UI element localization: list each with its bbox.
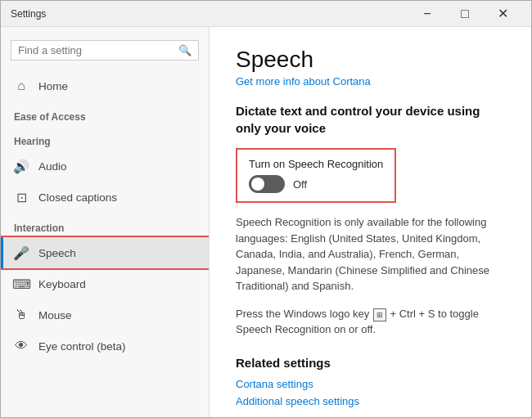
dictate-heading: Dictate text and control your device usi… bbox=[236, 102, 505, 137]
toggle-track bbox=[249, 175, 285, 193]
ease-of-access-section: Ease of Access bbox=[1, 101, 209, 126]
main-content: Speech Get more info about Cortana Dicta… bbox=[210, 27, 531, 417]
home-icon: ⌂ bbox=[14, 79, 29, 93]
sidebar-item-eye-control[interactable]: 👁 Eye control (beta) bbox=[1, 330, 209, 362]
speech-icon: 🎤 bbox=[14, 245, 29, 260]
page-title: Speech bbox=[236, 47, 505, 73]
audio-icon: 🔊 bbox=[14, 159, 29, 173]
captions-icon: ⊡ bbox=[14, 190, 29, 205]
shortcut-info: Press the Windows logo key ⊞ + Ctrl + S … bbox=[236, 306, 505, 338]
search-icon: 🔍 bbox=[178, 44, 192, 56]
settings-window: Settings − □ ✕ 🔍 ⌂ Home Ease of Access H… bbox=[0, 0, 532, 418]
shortcut-prefix: Press the Windows logo key bbox=[236, 308, 372, 320]
content-area: 🔍 ⌂ Home Ease of Access Hearing 🔊 Audio … bbox=[1, 27, 531, 417]
maximize-button[interactable]: □ bbox=[446, 1, 484, 27]
sidebar-item-keyboard[interactable]: ⌨ Keyboard bbox=[1, 268, 209, 299]
eye-control-label: Eye control (beta) bbox=[38, 340, 126, 353]
captions-label: Closed captions bbox=[38, 191, 117, 204]
sidebar-item-home[interactable]: ⌂ Home bbox=[1, 70, 209, 101]
eye-control-icon: 👁 bbox=[14, 339, 29, 353]
interaction-section: Interaction bbox=[1, 213, 209, 237]
toggle-thumb bbox=[251, 178, 264, 191]
title-bar: Settings − □ ✕ bbox=[1, 1, 531, 27]
keyboard-label: Keyboard bbox=[38, 278, 86, 290]
sidebar-item-captions[interactable]: ⊡ Closed captions bbox=[1, 182, 209, 213]
title-bar-title: Settings bbox=[11, 8, 408, 20]
related-settings-heading: Related settings bbox=[236, 356, 505, 370]
sidebar: 🔍 ⌂ Home Ease of Access Hearing 🔊 Audio … bbox=[1, 27, 210, 417]
home-label: Home bbox=[38, 80, 68, 92]
speech-label: Speech bbox=[38, 247, 76, 259]
cortana-info-link[interactable]: Get more info about Cortana bbox=[236, 75, 371, 88]
mouse-label: Mouse bbox=[38, 309, 72, 321]
keyboard-icon: ⌨ bbox=[14, 276, 29, 291]
sidebar-item-speech[interactable]: 🎤 Speech bbox=[1, 237, 209, 268]
speech-recognition-toggle[interactable] bbox=[249, 175, 285, 193]
search-input[interactable] bbox=[18, 44, 174, 56]
search-box[interactable]: 🔍 bbox=[11, 40, 199, 61]
minimize-button[interactable]: − bbox=[408, 1, 446, 27]
hearing-section: Hearing bbox=[1, 126, 209, 151]
speech-recognition-toggle-box: Turn on Speech Recognition Off bbox=[236, 148, 396, 203]
windows-key-icon: ⊞ bbox=[373, 308, 386, 321]
toggle-state: Off bbox=[293, 178, 307, 191]
close-button[interactable]: ✕ bbox=[484, 1, 521, 27]
additional-speech-link[interactable]: Additional speech settings bbox=[236, 395, 505, 407]
mouse-icon: 🖱 bbox=[14, 308, 29, 322]
toggle-label: Turn on Speech Recognition bbox=[249, 158, 383, 170]
title-bar-controls: − □ ✕ bbox=[408, 1, 521, 27]
audio-label: Audio bbox=[38, 160, 67, 173]
cortana-settings-link[interactable]: Cortana settings bbox=[236, 378, 505, 390]
toggle-row: Off bbox=[249, 175, 383, 193]
sidebar-item-mouse[interactable]: 🖱 Mouse bbox=[1, 299, 209, 330]
language-info: Speech Recognition is only available for… bbox=[236, 214, 505, 294]
sidebar-item-audio[interactable]: 🔊 Audio bbox=[1, 151, 209, 182]
